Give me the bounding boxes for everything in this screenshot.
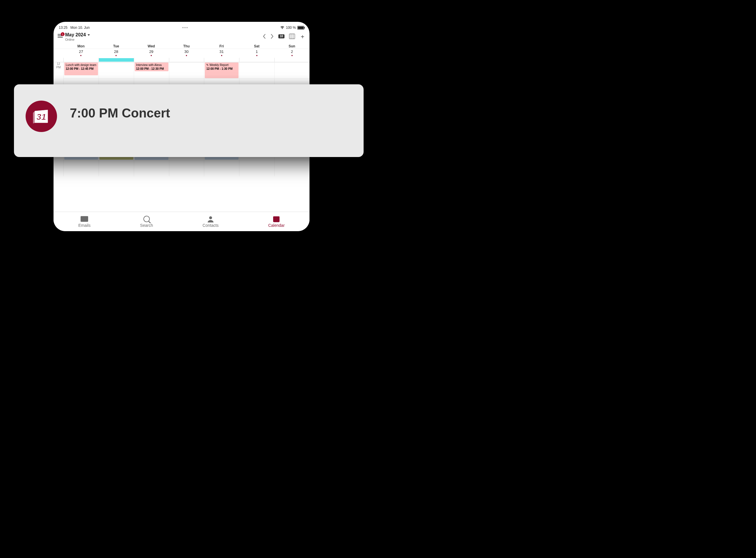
plus-icon: ＋ [300, 33, 305, 39]
month-selector[interactable]: May 2024 [65, 32, 90, 37]
status-bar: 13:25 Mon 10. Jun 100 % [53, 22, 309, 31]
tab-bar: Emails Search Contacts Calendar [53, 212, 309, 231]
allday-row [53, 58, 309, 62]
tab-label: Contacts [202, 223, 219, 228]
today-button[interactable]: 10 [278, 34, 284, 39]
calendar-icon [273, 215, 280, 223]
svg-text:31: 31 [36, 112, 46, 122]
day-header: Wed [134, 43, 169, 49]
date-cell[interactable]: 2 [274, 49, 309, 58]
status-time: 13:25 [59, 26, 68, 30]
tab-contacts[interactable]: Contacts [202, 215, 219, 228]
svg-point-0 [209, 216, 212, 219]
date-cell[interactable]: 30 [169, 49, 204, 58]
next-week-button[interactable] [271, 34, 274, 39]
search-icon [143, 215, 150, 223]
tab-label: Search [140, 223, 153, 228]
menu-badge: 1 [61, 32, 65, 36]
day-header: Fri [204, 43, 239, 49]
tab-search[interactable]: Search [140, 215, 153, 228]
add-event-button[interactable]: ＋ [300, 33, 305, 39]
hour-label: 12PM [53, 62, 64, 78]
tab-label: Calendar [268, 223, 285, 228]
prev-week-button[interactable] [263, 34, 266, 39]
columns-icon [289, 34, 295, 39]
status-date: Mon 10. Jun [70, 26, 90, 30]
notification-card[interactable]: 31 7:00 PM Concert [14, 84, 363, 157]
day-header: Thu [169, 43, 204, 49]
date-cell[interactable]: 28 [99, 49, 134, 58]
date-cell[interactable]: 31 [204, 49, 239, 58]
notification-text: 7:00 PM Concert [70, 106, 170, 120]
event-interview[interactable]: Interview with Alexa 12:00 PM - 12:30 PM [135, 62, 169, 71]
notification-app-icon: 31 [26, 101, 57, 132]
menu-icon[interactable]: 1 [57, 34, 63, 37]
app-header: 1 May 2024 Online 10 [53, 31, 309, 43]
month-title: May 2024 [65, 32, 86, 37]
contacts-icon [207, 215, 215, 223]
event-lunch[interactable]: Lunch with design team 12:00 PM - 12:45 … [64, 62, 98, 75]
date-cell[interactable]: 27 [64, 49, 99, 58]
tab-calendar[interactable]: Calendar [268, 215, 285, 228]
battery-icon [297, 26, 304, 30]
svg-rect-2 [273, 217, 279, 218]
allday-event[interactable] [99, 58, 134, 62]
wifi-icon [280, 26, 284, 30]
day-header: Sun [274, 43, 309, 49]
event-weekly[interactable]: ✎ Weekly Report 12:00 PM - 1:30 PM [205, 62, 238, 78]
tab-emails[interactable]: Emails [78, 215, 91, 228]
svg-rect-3 [277, 219, 278, 221]
tab-label: Emails [78, 223, 91, 228]
mail-icon [81, 215, 88, 223]
date-cell[interactable]: 29 [134, 49, 169, 58]
day-header: Tue [99, 43, 134, 49]
multitask-dots-icon[interactable] [182, 27, 187, 28]
date-cell[interactable]: 1 [239, 49, 274, 58]
day-header: Sat [239, 43, 274, 49]
day-header: Mon [64, 43, 99, 49]
battery-percent: 100 % [286, 26, 296, 30]
online-status: Online [65, 38, 90, 41]
today-date-badge: 10 [278, 34, 284, 39]
view-columns-button[interactable] [289, 34, 295, 39]
chevron-down-icon [87, 34, 90, 36]
